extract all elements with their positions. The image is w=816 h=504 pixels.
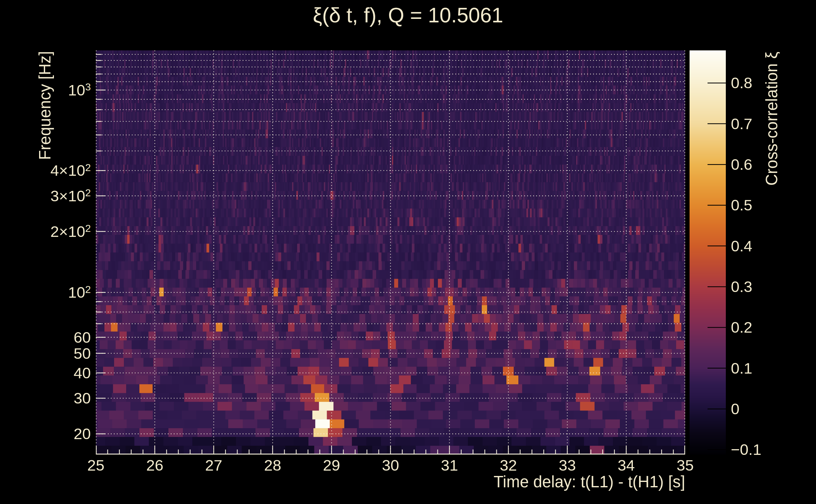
colorbar-label: Cross-correlation ξ	[762, 52, 781, 186]
colorbar	[690, 50, 726, 455]
colorbar-tick-label: 0.4	[731, 238, 752, 254]
y-tick-label: 40	[0, 365, 91, 381]
colorbar-tick-label: 0.8	[731, 75, 752, 91]
colorbar-tick-label: 0.3	[731, 279, 752, 295]
colorbar-tick-label: 0.1	[731, 360, 752, 376]
y-tick-label: 20	[0, 426, 91, 442]
x-tick-label: 28	[264, 457, 281, 474]
y-tick-label: 3×102	[0, 188, 91, 203]
colorbar-tick-label: 0.6	[731, 157, 752, 172]
y-tick-label: 60	[0, 329, 91, 345]
x-tick-label: 30	[382, 457, 399, 474]
x-axis-label: Time delay: t(L1) - t(H1) [s]	[494, 473, 685, 491]
colorbar-tick-label: 0	[731, 401, 739, 417]
colorbar-tick-label: 0.2	[731, 320, 752, 335]
plot-title: ξ(δ t, f), Q = 10.5061	[0, 3, 816, 27]
x-tick-label: 35	[677, 457, 694, 474]
y-tick-label: 2×102	[0, 224, 91, 239]
x-tick-label: 32	[500, 457, 517, 474]
colorbar-tick-label: −0.1	[731, 442, 761, 457]
x-tick-label: 25	[87, 457, 105, 474]
figure-root: ξ(δ t, f), Q = 10.5061 Frequency [Hz] 25…	[0, 0, 816, 504]
y-tick-label: 50	[0, 346, 91, 361]
y-tick-label: 4×102	[0, 163, 91, 178]
x-tick-label: 33	[559, 457, 576, 474]
x-tick-label: 29	[323, 457, 340, 474]
x-tick-label: 34	[618, 457, 635, 474]
y-axis-label: Frequency [Hz]	[36, 51, 54, 160]
y-tick-label: 102	[0, 285, 91, 300]
spectrogram-heatmap	[96, 50, 685, 455]
x-tick-label: 27	[205, 457, 223, 474]
x-tick-label: 31	[441, 457, 458, 474]
y-tick-label: 103	[0, 82, 91, 98]
y-tick-label: 30	[0, 391, 91, 406]
x-tick-label: 26	[146, 457, 164, 474]
colorbar-tick-label: 0.7	[731, 116, 752, 131]
colorbar-tick-label: 0.5	[731, 198, 752, 213]
